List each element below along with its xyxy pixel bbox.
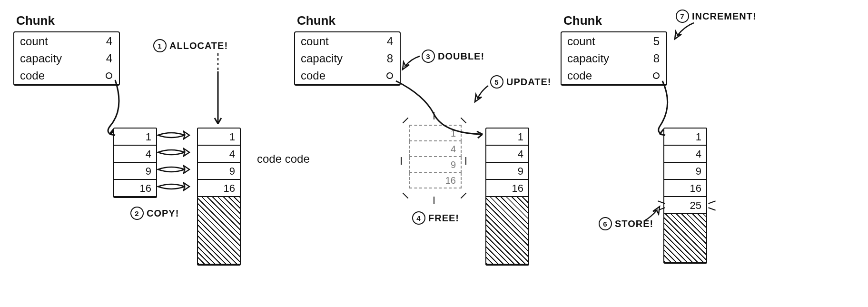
step-3-number: 3 [422, 50, 435, 63]
step-1-label: ALLOCATE! [169, 40, 228, 51]
row-capacity-b: capacity 8 [295, 50, 400, 67]
ray [434, 197, 434, 204]
store-spark [708, 207, 716, 210]
chunk-title-a: Chunk [16, 13, 55, 28]
step-1-number: 1 [153, 39, 167, 52]
chunk-title-b: Chunk [297, 13, 335, 28]
diagram-root: Chunk count 4 capacity 4 code 1 4 9 16 1… [10, 10, 858, 297]
label-capacity-c: capacity [567, 51, 609, 66]
label-code-a: code [20, 69, 45, 83]
new-array-a: 1 4 9 16 [197, 128, 241, 266]
old-array-cell: 1 [114, 129, 156, 145]
pointer-dot-b [386, 72, 393, 79]
struct-box-b: count 4 capacity 8 code [294, 31, 401, 86]
pointer-dot-a [106, 72, 112, 79]
row-capacity-a: capacity 4 [14, 50, 119, 67]
label-code-c: code [567, 69, 592, 83]
new-array-b-cell: 4 [486, 145, 528, 162]
new-array-b-cell: 16 [486, 179, 528, 196]
step-5: 5 UPDATE! [490, 75, 551, 89]
step-3: 3 DOUBLE! [422, 50, 484, 63]
ray [401, 157, 402, 165]
row-code-c: code [562, 67, 666, 84]
value-count-a: 4 [106, 34, 112, 49]
label-code-b: code [301, 69, 326, 83]
step-3-label: DOUBLE! [438, 51, 484, 62]
step-7-label: INCREMENT! [692, 11, 757, 22]
label-count-c: count [567, 34, 595, 49]
step-6: 6 STORE! [599, 217, 653, 230]
ray [403, 118, 409, 124]
row-count-a: count 4 [14, 32, 119, 50]
label-count-b: count [301, 34, 329, 49]
new-array-b-cell: 1 [486, 129, 528, 145]
value-capacity-c: 8 [653, 51, 660, 66]
pointer-dot-c [653, 72, 660, 79]
freed-cell: 9 [409, 157, 462, 173]
floating-code-code: code code [257, 152, 310, 166]
freed-cell: 1 [409, 125, 462, 141]
value-capacity-a: 4 [106, 51, 112, 66]
final-array-cell: 25 [664, 196, 706, 213]
freed-cell: 16 [409, 173, 462, 188]
old-array: 1 4 9 16 [113, 128, 157, 198]
step-4: 4 FREE! [412, 211, 459, 225]
step-7-number: 7 [676, 10, 689, 23]
row-count-b: count 4 [295, 32, 400, 50]
step-1: 1 ALLOCATE! [153, 39, 228, 52]
step-4-label: FREE! [428, 213, 459, 224]
new-array-b-unused [486, 196, 528, 264]
new-array-a-unused [198, 196, 240, 264]
step-7: 7 INCREMENT! [676, 10, 757, 23]
ray [465, 157, 466, 165]
ray [461, 118, 467, 124]
step-4-number: 4 [412, 211, 425, 225]
final-array: 1 4 9 16 25 [663, 128, 707, 264]
step-5-number: 5 [490, 75, 503, 89]
row-code-b: code [295, 67, 400, 84]
final-array-cell: 9 [664, 162, 706, 179]
new-array-a-cell: 9 [198, 162, 240, 179]
new-array-a-cell: 1 [198, 129, 240, 145]
final-array-cell: 16 [664, 179, 706, 196]
label-capacity-a: capacity [20, 51, 62, 66]
new-array-a-cell: 4 [198, 145, 240, 162]
label-capacity-b: capacity [301, 51, 343, 66]
step-2-number: 2 [130, 207, 144, 220]
step-2-label: COPY! [147, 208, 179, 219]
ray [403, 193, 409, 199]
step-5-label: UPDATE! [506, 77, 551, 88]
chunk-title-c: Chunk [563, 13, 602, 28]
struct-box-c: count 5 capacity 8 code [561, 31, 667, 86]
new-array-b-cell: 9 [486, 162, 528, 179]
value-count-b: 4 [387, 34, 393, 49]
struct-box-a: count 4 capacity 4 code [13, 31, 120, 86]
new-array-b: 1 4 9 16 [485, 128, 529, 266]
row-capacity-c: capacity 8 [562, 50, 666, 67]
value-count-c: 5 [653, 34, 660, 49]
value-capacity-b: 8 [387, 51, 393, 66]
step-6-number: 6 [599, 217, 612, 230]
old-array-cell: 4 [114, 145, 156, 162]
freed-cell: 4 [409, 141, 462, 157]
label-count-a: count [20, 34, 48, 49]
final-array-cell: 1 [664, 129, 706, 145]
final-array-unused [664, 213, 706, 262]
step-2: 2 COPY! [130, 207, 179, 220]
row-code-a: code [14, 67, 119, 84]
row-count-c: count 5 [562, 32, 666, 50]
step-6-label: STORE! [615, 218, 653, 229]
final-array-cell: 4 [664, 145, 706, 162]
new-array-a-cell: 16 [198, 179, 240, 196]
ray [434, 112, 434, 119]
old-array-cell: 16 [114, 179, 156, 196]
freed-array: 1 4 9 16 [409, 125, 462, 196]
old-array-cell: 9 [114, 162, 156, 179]
store-spark [708, 200, 716, 204]
